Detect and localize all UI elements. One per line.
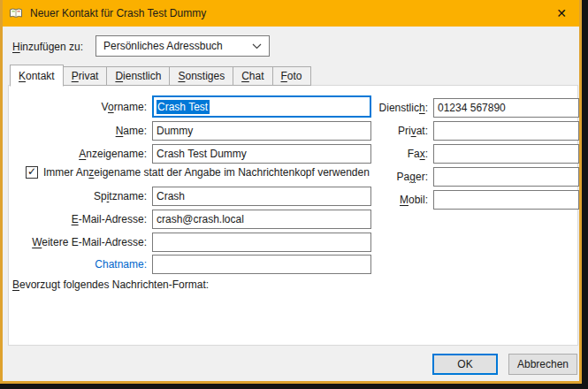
pager-row: Pager: bbox=[371, 166, 562, 187]
mobil-input[interactable] bbox=[433, 190, 579, 210]
anzeigename-label: Anzeigename: bbox=[12, 148, 152, 160]
cancel-button[interactable]: Abbrechen bbox=[508, 354, 577, 375]
always-displayname-checkbox[interactable]: ✓ bbox=[26, 166, 38, 179]
format-label: Bevorzugt folgendes Nachrichten-Format: bbox=[12, 278, 209, 291]
mobil-label: Mobil: bbox=[371, 194, 433, 206]
close-icon: ✕ bbox=[556, 6, 567, 20]
name-label: Name: bbox=[12, 125, 152, 137]
privat-row: Privat: bbox=[371, 120, 562, 141]
email-row: E-Mail-Adresse: bbox=[12, 209, 371, 229]
new-contact-dialog: Neuer Kontakt für Crash Test Dummy ✕ Hin… bbox=[0, 0, 582, 384]
spitzname-row: Spitzname: bbox=[12, 186, 371, 206]
pager-input[interactable] bbox=[433, 167, 579, 187]
address-book-icon bbox=[9, 6, 23, 20]
privat-input[interactable] bbox=[433, 121, 579, 141]
mobil-row: Mobil: bbox=[371, 189, 562, 210]
window-title: Neuer Kontakt für Crash Test Dummy bbox=[30, 7, 206, 19]
always-displayname-label: Immer Anzeigename statt der Angabe im Na… bbox=[43, 166, 370, 179]
anzeigename-row: Anzeigename: bbox=[12, 143, 371, 164]
fax-row: Fax: bbox=[371, 143, 562, 164]
privat-label: Privat: bbox=[371, 125, 433, 137]
chatname-row: Chatname: bbox=[12, 254, 371, 274]
tab-foto[interactable]: Foto bbox=[272, 66, 311, 86]
spitzname-label: Spitzname: bbox=[12, 190, 152, 202]
fax-label: Fax: bbox=[371, 148, 433, 160]
tab-dienstlich[interactable]: Dienstlich bbox=[106, 66, 170, 86]
name-row: Name: bbox=[12, 120, 371, 141]
pager-label: Pager: bbox=[371, 171, 433, 183]
titlebar[interactable]: Neuer Kontakt für Crash Test Dummy ✕ bbox=[0, 0, 582, 27]
selected-text: Crash Test bbox=[157, 100, 210, 114]
tab-privat[interactable]: Privat bbox=[63, 66, 108, 86]
tab-chat[interactable]: Chat bbox=[233, 66, 272, 86]
close-button[interactable]: ✕ bbox=[541, 0, 582, 27]
weitere-email-input[interactable] bbox=[152, 233, 371, 252]
email-input[interactable] bbox=[152, 210, 371, 229]
dienstlich-row: Dienstlich: bbox=[371, 97, 562, 118]
chatname-input[interactable] bbox=[152, 255, 371, 274]
addressbook-selected-value: Persönliches Adressbuch bbox=[103, 40, 223, 52]
dienstlich-input[interactable] bbox=[433, 98, 579, 118]
dienstlich-label: Dienstlich: bbox=[371, 102, 433, 114]
chevron-down-icon bbox=[252, 43, 262, 50]
vorname-input[interactable]: Crash Test bbox=[152, 95, 371, 118]
vorname-row: Vorname: Crash Test bbox=[12, 95, 371, 118]
always-displayname-row: ✓ Immer Anzeigename statt der Angabe im … bbox=[26, 164, 370, 180]
tab-strip: Kontakt Privat Dienstlich Sonstiges Chat… bbox=[10, 65, 311, 86]
anzeigename-input[interactable] bbox=[152, 144, 371, 164]
ok-button[interactable]: OK bbox=[432, 354, 498, 375]
tab-sonstiges[interactable]: Sonstiges bbox=[169, 66, 233, 86]
add-to-label: Hinzufügen zu: bbox=[12, 41, 83, 53]
weitere-email-row: Weitere E-Mail-Adresse: bbox=[12, 232, 371, 252]
checkmark-icon: ✓ bbox=[27, 166, 36, 177]
chatname-label[interactable]: Chatname: bbox=[12, 258, 152, 271]
weitere-email-label: Weitere E-Mail-Adresse: bbox=[12, 236, 152, 248]
name-input[interactable] bbox=[152, 121, 371, 141]
vorname-label: Vorname: bbox=[12, 101, 152, 113]
addressbook-select[interactable]: Persönliches Adressbuch bbox=[95, 35, 270, 57]
email-label: E-Mail-Adresse: bbox=[12, 213, 152, 225]
spitzname-input[interactable] bbox=[152, 187, 371, 206]
tab-kontakt[interactable]: Kontakt bbox=[10, 65, 64, 87]
fax-input[interactable] bbox=[433, 144, 579, 164]
